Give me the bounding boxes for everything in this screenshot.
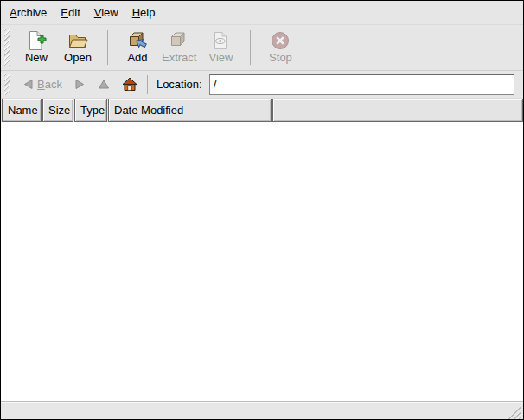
file-list-viewport[interactable]: [1, 122, 523, 401]
column-header-date-modified[interactable]: Date Modified: [108, 99, 272, 122]
back-button-label: Back: [37, 79, 62, 91]
menubar: Archive Edit View Help: [1, 1, 523, 25]
home-button[interactable]: [116, 73, 144, 96]
new-archive-icon: [26, 30, 47, 51]
file-list-header: Name Size Type Date Modified: [1, 99, 523, 122]
add-button[interactable]: Add: [117, 28, 158, 67]
column-header-name[interactable]: Name: [2, 99, 42, 122]
extract-button: Extract: [158, 28, 200, 67]
column-header-filler: [272, 99, 523, 122]
open-button-label: Open: [64, 52, 92, 64]
new-button[interactable]: New: [16, 28, 57, 67]
menu-archive[interactable]: Archive: [3, 2, 54, 23]
main-toolbar: New Open: [1, 25, 523, 71]
menu-edit-label: E: [61, 6, 68, 19]
navigation-toolbar: Back Location:: [1, 71, 523, 99]
menu-edit[interactable]: Edit: [54, 2, 86, 23]
archive-manager-window: Archive Edit View Help New: [0, 0, 524, 420]
stop-button: Stop: [259, 28, 301, 67]
resize-grip[interactable]: [508, 405, 521, 419]
up-button: [92, 73, 116, 96]
forward-icon: [74, 79, 86, 90]
location-input[interactable]: [209, 74, 514, 95]
stop-button-label: Stop: [269, 52, 292, 64]
toolbar-drag-handle[interactable]: [4, 29, 10, 66]
add-button-label: Add: [127, 52, 147, 64]
menu-archive-label: A: [10, 6, 17, 19]
view-button-label: View: [208, 52, 233, 64]
menu-view-label: V: [94, 6, 101, 19]
forward-button: [68, 73, 92, 96]
toolbar-separator: [107, 30, 108, 65]
back-icon: [22, 79, 34, 90]
extract-icon: [169, 30, 189, 51]
open-button[interactable]: Open: [57, 28, 99, 67]
statusbar: [1, 401, 523, 419]
menu-help[interactable]: Help: [125, 2, 163, 23]
view-button: View: [200, 28, 241, 67]
toolbar-separator: [250, 30, 251, 65]
up-icon: [98, 79, 110, 90]
column-header-size[interactable]: Size: [42, 99, 73, 122]
back-button: Back: [16, 73, 68, 96]
location-label: Location:: [157, 78, 202, 91]
column-header-type[interactable]: Type: [74, 99, 107, 122]
new-button-label: New: [25, 52, 48, 64]
home-icon: [122, 77, 137, 92]
view-file-icon: [210, 30, 231, 51]
stop-icon: [270, 30, 291, 51]
extract-button-label: Extract: [162, 52, 196, 64]
add-files-icon: [127, 30, 148, 51]
menu-help-label: H: [132, 6, 140, 19]
open-archive-icon: [67, 30, 88, 51]
menu-view[interactable]: View: [87, 2, 125, 23]
navbar-separator: [147, 75, 148, 94]
navbar-drag-handle[interactable]: [4, 74, 10, 95]
